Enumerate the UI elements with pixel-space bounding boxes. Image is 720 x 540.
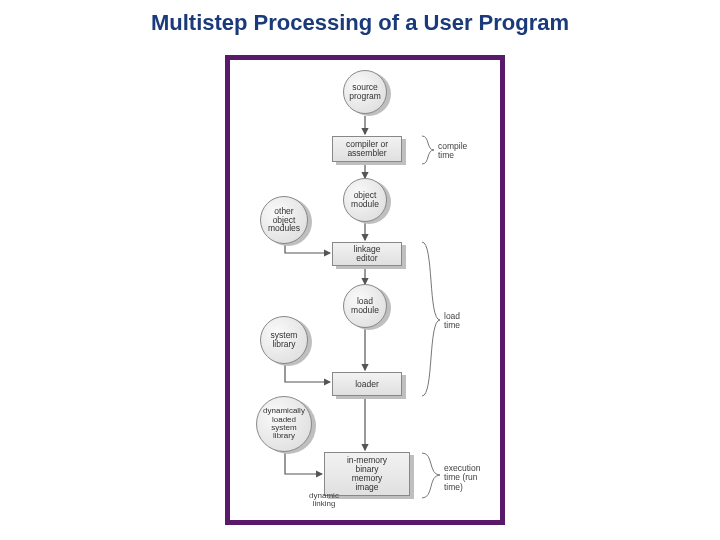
node-memory-image: in-memorybinarymemoryimage: [324, 452, 410, 496]
node-source-program: sourceprogram: [343, 70, 387, 114]
node-label: dynamicallyloadedsystemlibrary: [256, 396, 312, 452]
node-label: systemlibrary: [260, 316, 308, 364]
node-linkage-editor: linkageeditor: [332, 242, 402, 266]
edge-label-dynamic-linking: dynamiclinking: [294, 492, 354, 509]
node-label: loadmodule: [343, 284, 387, 328]
node-loader: loader: [332, 372, 402, 396]
node-other-object-modules: otherobjectmodules: [260, 196, 308, 244]
node-label: objectmodule: [343, 178, 387, 222]
phase-execution-time: executiontime (runtime): [444, 464, 480, 492]
node-label: sourceprogram: [343, 70, 387, 114]
page-title: Multistep Processing of a User Program: [0, 10, 720, 36]
node-load-module: loadmodule: [343, 284, 387, 328]
node-dyn-library: dynamicallyloadedsystemlibrary: [256, 396, 312, 452]
node-label: compiler orassembler: [332, 136, 402, 162]
node-label: linkageeditor: [332, 242, 402, 266]
phase-load-time: loadtime: [444, 312, 460, 331]
node-label: otherobjectmodules: [260, 196, 308, 244]
phase-compile-time: compiletime: [438, 142, 467, 161]
diagram-frame: sourceprogram compiler orassembler objec…: [225, 55, 505, 525]
node-label: in-memorybinarymemoryimage: [324, 452, 410, 496]
node-system-library: systemlibrary: [260, 316, 308, 364]
node-object-module: objectmodule: [343, 178, 387, 222]
node-compiler: compiler orassembler: [332, 136, 402, 162]
node-label: loader: [332, 372, 402, 396]
